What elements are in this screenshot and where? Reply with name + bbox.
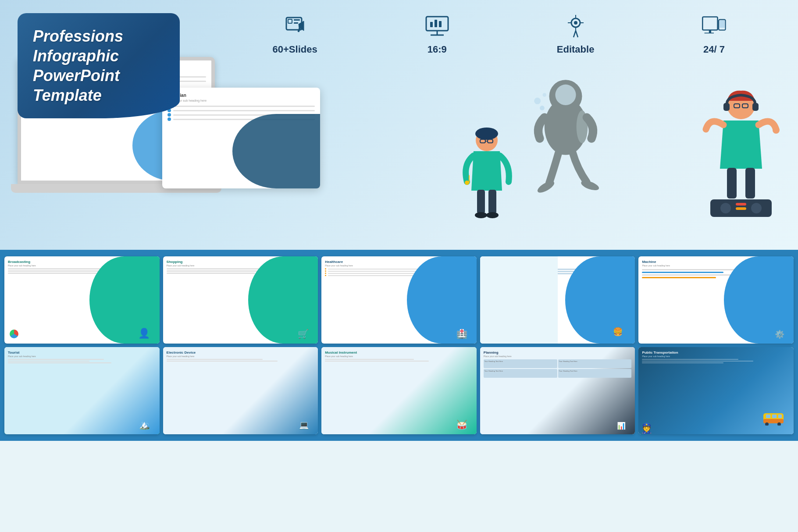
svg-rect-45 xyxy=(723,103,730,111)
electronic-title: Electronic Device xyxy=(167,351,315,355)
broadcasting-inner: Broadcasting Place your sub heading here… xyxy=(4,256,160,344)
musician-illustration xyxy=(460,123,513,232)
svg-rect-38 xyxy=(477,190,485,214)
features-row: 60+Slides 16:9 xyxy=(219,13,780,55)
slide-tourist[interactable]: Tourist Place your sub heading here 🏔️ xyxy=(4,347,160,434)
bus-svg xyxy=(762,412,784,426)
musical-sub: Place your sub heading here xyxy=(325,355,473,358)
planning-title: Planning xyxy=(484,351,632,355)
svg-rect-56 xyxy=(736,207,746,210)
tourist-title: Tourist xyxy=(8,351,156,355)
svg-rect-50 xyxy=(727,168,737,199)
svg-rect-63 xyxy=(778,415,782,418)
svg-point-49 xyxy=(773,127,780,134)
bullet-2 xyxy=(167,109,315,112)
svg-point-18 xyxy=(574,21,577,25)
monitor-chart-icon xyxy=(424,13,450,39)
diver-illustration xyxy=(526,66,605,197)
svg-rect-10 xyxy=(439,21,442,27)
bus-icon xyxy=(762,412,784,427)
electronic-lines xyxy=(167,359,315,362)
left-bg xyxy=(480,256,558,344)
cursor-icon xyxy=(282,13,308,39)
officer-icon: 👮 xyxy=(641,423,652,434)
svg-rect-19 xyxy=(703,17,718,30)
svg-rect-1 xyxy=(288,19,292,23)
support-label: 24/ 7 xyxy=(703,44,725,55)
musical-lines xyxy=(325,359,473,362)
planning-inner: Planning Place your sub heading here You… xyxy=(480,347,635,434)
slide-healthcare[interactable]: Healthcare Place your sub heading here 🏥 xyxy=(321,256,477,344)
transport-sub: Place your sub heading here xyxy=(642,355,790,358)
planning-sub: Place your sub heading here xyxy=(484,355,632,358)
svg-rect-62 xyxy=(772,415,777,418)
feature-slides: 60+Slides xyxy=(273,13,317,55)
slides-label: 60+Slides xyxy=(273,44,317,55)
shopping-icon: 🛒 xyxy=(298,329,309,339)
tourist-inner: Tourist Place your sub heading here 🏔️ xyxy=(4,347,160,434)
machine-icon: ⚙️ xyxy=(775,330,784,339)
feature-editable: Editable xyxy=(557,13,595,55)
transport-lines xyxy=(642,359,790,363)
shopping-inner: Shopping Place your sub heading here 🛒 xyxy=(163,256,318,344)
svg-rect-9 xyxy=(435,20,437,27)
broadcaster-icon: 👤 xyxy=(138,328,150,339)
slide-broadcasting[interactable]: Broadcasting Place your sub heading here… xyxy=(4,256,160,344)
editable-label: Editable xyxy=(557,44,595,55)
feature-ratio: 16:9 xyxy=(424,13,450,55)
slide-public-transportation[interactable]: Public Transportation Place your sub hea… xyxy=(638,347,794,434)
svg-rect-22 xyxy=(709,30,711,33)
planning-grid: Your Heading Text Here Your Heading Text… xyxy=(484,359,632,378)
svg-line-16 xyxy=(574,31,576,37)
svg-point-34 xyxy=(475,128,498,140)
tourist-icon: 🏔️ xyxy=(139,419,150,430)
healthcare-icon: 🏥 xyxy=(456,329,467,339)
hero-section: Professions Infographic PowerPoint Templ… xyxy=(0,0,798,250)
feature-support: 24/ 7 xyxy=(701,13,727,55)
svg-point-41 xyxy=(486,212,499,218)
slides-grid: Broadcasting Place your sub heading here… xyxy=(4,256,794,434)
slide-shopping[interactable]: Shopping Place your sub heading here 🛒 xyxy=(163,256,318,344)
planning-icon: 📊 xyxy=(617,422,626,430)
svg-line-17 xyxy=(576,31,578,37)
svg-point-31 xyxy=(534,98,541,104)
food-icon: 🍔 xyxy=(613,327,623,337)
svg-rect-3 xyxy=(294,22,298,24)
slide-unhealthy-food[interactable]: Unhealthy Food Place your sub heading he… xyxy=(480,256,635,344)
electronic-inner: Electronic Device Place your sub heading… xyxy=(163,347,318,434)
musical-icon: 🥁 xyxy=(456,419,467,430)
machine-inner: Machine Place your sub heading here ⚙️ xyxy=(638,256,794,344)
svg-rect-2 xyxy=(294,19,300,21)
musical-inner: Musical Instrument Place your sub headin… xyxy=(321,347,477,434)
musician-character xyxy=(460,123,513,232)
svg-rect-55 xyxy=(736,203,746,206)
musician-slide-title: Musician xyxy=(167,93,315,98)
bullet-line-1 xyxy=(173,106,315,107)
slides-grid-section: Broadcasting Place your sub heading here… xyxy=(0,250,798,441)
svg-point-26 xyxy=(555,85,576,105)
diver-character xyxy=(526,66,605,197)
healthcare-inner: Healthcare Place your sub heading here 🏥 xyxy=(321,256,477,344)
pen-tool-icon xyxy=(563,13,589,39)
svg-rect-61 xyxy=(766,415,770,418)
svg-point-54 xyxy=(751,203,762,213)
slide-electronic-device[interactable]: Electronic Device Place your sub heading… xyxy=(163,347,318,434)
main-title: Professions Infographic PowerPoint Templ… xyxy=(33,26,164,105)
slide-planning[interactable]: Planning Place your sub heading here You… xyxy=(480,347,635,434)
slide-musical-instrument[interactable]: Musical Instrument Place your sub headin… xyxy=(321,347,477,434)
devices-icon xyxy=(701,13,727,39)
svg-rect-39 xyxy=(488,190,496,214)
svg-point-30 xyxy=(540,106,545,110)
slide-machine[interactable]: Machine Place your sub heading here ⚙️ xyxy=(638,256,794,344)
musician-slide-subtitle: Place your sub heading here xyxy=(167,99,315,102)
dj-character xyxy=(697,79,785,232)
dj-illustration xyxy=(697,79,785,232)
broadcasting-chart xyxy=(10,330,18,338)
svg-rect-8 xyxy=(430,22,433,27)
unhealthy-food-inner: Unhealthy Food Place your sub heading he… xyxy=(480,256,635,344)
svg-rect-51 xyxy=(745,168,755,199)
tourist-lines xyxy=(8,359,156,363)
transport-title: Public Transportation xyxy=(642,351,790,355)
svg-rect-21 xyxy=(720,20,725,28)
ratio-label: 16:9 xyxy=(428,44,447,55)
